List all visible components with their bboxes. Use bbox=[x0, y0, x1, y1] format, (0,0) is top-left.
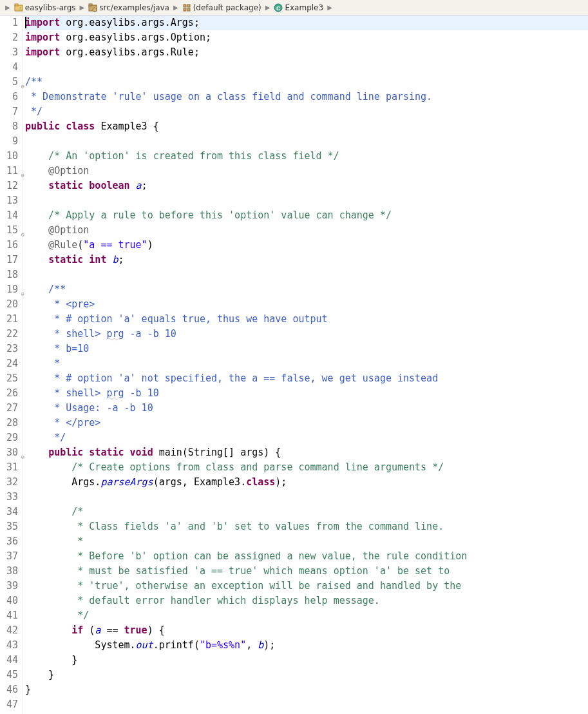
fold-icon[interactable]: ⊖ bbox=[21, 168, 24, 183]
code-area[interactable]: import org.easylibs.args.Args; import or… bbox=[23, 15, 588, 714]
breadcrumb-package[interactable]: (default package) bbox=[181, 3, 263, 12]
chevron-right-icon: ▶ bbox=[173, 4, 178, 11]
line-number: 22 bbox=[0, 327, 18, 342]
line-number: 39 bbox=[0, 579, 18, 593]
line-number: 1 bbox=[0, 15, 18, 30]
code-line bbox=[25, 60, 588, 75]
chevron-right-icon: ▶ bbox=[5, 4, 10, 11]
line-number: 40 bbox=[0, 593, 18, 608]
code-line bbox=[25, 267, 588, 282]
svg-rect-8 bbox=[184, 8, 186, 11]
line-number: 2 bbox=[0, 30, 18, 45]
code-line: */ bbox=[25, 608, 588, 623]
line-number: 31 bbox=[0, 460, 18, 475]
svg-rect-9 bbox=[187, 8, 190, 11]
code-line: import org.easylibs.args.Args; bbox=[25, 15, 588, 30]
code-line: * Usage: -a -b 10 bbox=[25, 401, 588, 416]
line-number: 43 bbox=[0, 638, 18, 653]
line-number: 34 bbox=[0, 505, 18, 519]
code-line: /* Create options from class and parse c… bbox=[25, 460, 588, 475]
code-line: * 'true', otherwise an exception will be… bbox=[25, 579, 588, 593]
code-line: * default error handler which displays h… bbox=[25, 593, 588, 608]
package-icon bbox=[182, 3, 191, 12]
code-line: Args.parseArgs(args, Example3.class); bbox=[25, 475, 588, 490]
line-number: 12 bbox=[0, 179, 18, 193]
code-line bbox=[25, 193, 588, 208]
line-number: 37 bbox=[0, 549, 18, 564]
fold-icon[interactable]: ⊖ bbox=[21, 287, 24, 302]
code-line: System.out.printf("b=%s%n", b); bbox=[25, 638, 588, 653]
code-line: import org.easylibs.args.Option; bbox=[25, 30, 588, 45]
code-line: * Before 'b' option can be assigned a ne… bbox=[25, 549, 588, 564]
svg-text:J: J bbox=[19, 6, 21, 12]
code-line: @Option bbox=[25, 164, 588, 179]
code-line: * # option 'a' equals true, thus we have… bbox=[25, 312, 588, 327]
svg-text:C: C bbox=[276, 5, 281, 11]
fold-icon[interactable]: ⊖ bbox=[21, 227, 24, 242]
code-line: @Option bbox=[25, 223, 588, 238]
breadcrumb-project[interactable]: J easylibs-args bbox=[13, 3, 77, 12]
line-number: 20 bbox=[0, 297, 18, 312]
line-number: 6 bbox=[0, 90, 18, 104]
code-line: * </pre> bbox=[25, 416, 588, 430]
code-line: } bbox=[25, 668, 588, 682]
code-line: public static void main(String[] args) { bbox=[25, 445, 588, 460]
code-line bbox=[25, 490, 588, 505]
line-number: 18 bbox=[0, 267, 18, 282]
svg-rect-4 bbox=[89, 4, 92, 6]
line-number-gutter: 1 2 3 4 5⊖ 6 7 8 9 10 11⊖ 12 13 14 15⊖ 1… bbox=[0, 15, 23, 714]
code-editor[interactable]: 1 2 3 4 5⊖ 6 7 8 9 10 11⊖ 12 13 14 15⊖ 1… bbox=[0, 15, 588, 714]
line-number: 30⊖ bbox=[0, 445, 18, 460]
fold-icon[interactable]: ⊖ bbox=[21, 450, 24, 465]
code-line bbox=[25, 134, 588, 149]
code-line: public class Example3 { bbox=[25, 119, 588, 134]
line-number: 32 bbox=[0, 475, 18, 490]
line-number: 25 bbox=[0, 371, 18, 386]
line-number: 17 bbox=[0, 253, 18, 267]
code-line: * # option 'a' not specified, the a == f… bbox=[25, 371, 588, 386]
code-line: static int b; bbox=[25, 253, 588, 267]
line-number: 11⊖ bbox=[0, 164, 18, 179]
line-number: 7 bbox=[0, 104, 18, 119]
line-number: 28 bbox=[0, 416, 18, 430]
line-number: 24 bbox=[0, 356, 18, 371]
line-number: 5⊖ bbox=[0, 75, 18, 90]
chevron-right-icon: ▶ bbox=[327, 4, 332, 11]
code-line: static boolean a; bbox=[25, 179, 588, 193]
line-number: 16 bbox=[0, 238, 18, 253]
line-number: 33 bbox=[0, 490, 18, 505]
code-line: * bbox=[25, 534, 588, 549]
line-number: 8 bbox=[0, 119, 18, 134]
code-line: * <pre> bbox=[25, 297, 588, 312]
line-number: 10 bbox=[0, 149, 18, 164]
code-line: /* bbox=[25, 505, 588, 519]
code-line: */ bbox=[25, 104, 588, 119]
line-number: 26 bbox=[0, 386, 18, 401]
svg-point-5 bbox=[93, 8, 97, 12]
line-number: 44 bbox=[0, 653, 18, 668]
code-line: */ bbox=[25, 430, 588, 445]
line-number: 46 bbox=[0, 682, 18, 697]
line-number: 4 bbox=[0, 60, 18, 75]
line-number: 3 bbox=[0, 45, 18, 60]
line-number: 42 bbox=[0, 623, 18, 638]
line-number: 41 bbox=[0, 608, 18, 623]
code-line: } bbox=[25, 682, 588, 697]
code-line: * b=10 bbox=[25, 342, 588, 356]
line-number: 35 bbox=[0, 519, 18, 534]
code-line: /** bbox=[25, 282, 588, 297]
project-icon: J bbox=[14, 3, 23, 12]
line-number: 13 bbox=[0, 193, 18, 208]
svg-rect-1 bbox=[15, 4, 18, 6]
line-number: 38 bbox=[0, 564, 18, 579]
line-number: 23 bbox=[0, 342, 18, 356]
line-number: 15⊖ bbox=[0, 223, 18, 238]
chevron-right-icon: ▶ bbox=[80, 4, 85, 11]
breadcrumb: ▶ J easylibs-args ▶ src/examples/java ▶ … bbox=[0, 0, 588, 15]
fold-icon[interactable]: ⊖ bbox=[21, 79, 24, 94]
chevron-right-icon: ▶ bbox=[265, 4, 270, 11]
source-folder-icon bbox=[88, 3, 97, 12]
breadcrumb-source-folder[interactable]: src/examples/java bbox=[87, 3, 171, 12]
line-number: 27 bbox=[0, 401, 18, 416]
breadcrumb-class[interactable]: C Example3 bbox=[272, 3, 325, 12]
